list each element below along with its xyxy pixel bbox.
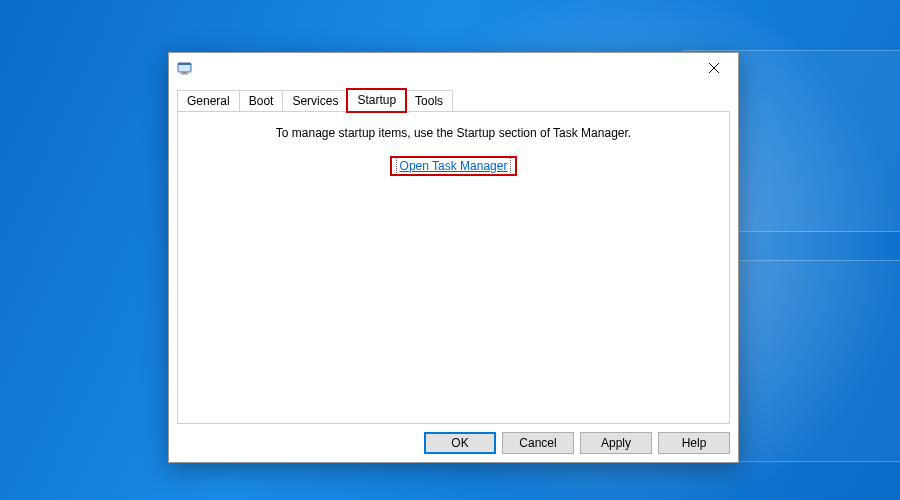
svg-rect-2 <box>182 72 187 74</box>
help-button[interactable]: Help <box>658 432 730 454</box>
apply-button[interactable]: Apply <box>580 432 652 454</box>
close-icon <box>709 63 719 73</box>
startup-info-text: To manage startup items, use the Startup… <box>178 126 729 140</box>
tab-services[interactable]: Services <box>282 90 348 112</box>
tab-startup[interactable]: Startup <box>347 89 406 112</box>
close-button[interactable] <box>691 53 736 83</box>
dialog-button-row: OK Cancel Apply Help <box>177 424 730 454</box>
cancel-button[interactable]: Cancel <box>502 432 574 454</box>
tab-tools[interactable]: Tools <box>405 90 453 112</box>
link-highlight-box: Open Task Manager <box>392 158 516 174</box>
tab-general[interactable]: General <box>177 90 240 112</box>
app-icon <box>177 60 193 76</box>
svg-rect-3 <box>181 74 189 75</box>
tab-strip: General Boot Services Startup Tools <box>177 89 730 111</box>
ok-button[interactable]: OK <box>424 432 496 454</box>
tab-boot[interactable]: Boot <box>239 90 284 112</box>
svg-rect-1 <box>178 63 191 65</box>
client-area: General Boot Services Startup Tools To m… <box>169 83 738 462</box>
tab-page-startup: To manage startup items, use the Startup… <box>177 111 730 424</box>
msconfig-window: General Boot Services Startup Tools To m… <box>168 52 739 463</box>
titlebar[interactable] <box>169 53 738 83</box>
open-task-manager-link[interactable]: Open Task Manager <box>396 157 512 175</box>
